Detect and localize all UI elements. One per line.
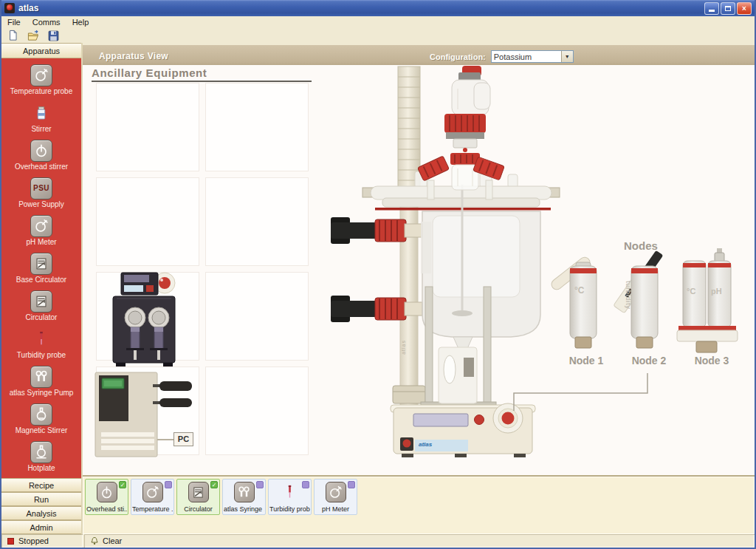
temperature-probe-icon <box>30 64 52 86</box>
tray-item-label: atlas Syringe ... <box>224 505 264 513</box>
tray-item-turbidity-probe[interactable]: Turbidity probe <box>268 479 312 515</box>
sidebar-item-label: Magnetic Stirrer <box>14 427 69 434</box>
bell-icon <box>90 536 99 546</box>
ancillary-slot <box>96 83 199 171</box>
tray-item-label: Circulator <box>178 505 219 513</box>
node-label-3: Node 3 <box>685 355 738 366</box>
sidebar: Apparatus Temperature probeStirrerOverhe… <box>1 43 83 534</box>
configuration-label: Configuration: <box>430 52 486 61</box>
ancillary-slot <box>96 177 199 266</box>
tray-item-label: Turbidity probe <box>269 505 310 513</box>
nodes-title: Nodes <box>624 239 658 252</box>
ph-meter-icon <box>30 215 52 237</box>
sidebar-item-power-supply[interactable]: PSUPower Supply <box>1 174 81 211</box>
hotplate-icon <box>30 441 52 463</box>
status-badge: ✓ <box>119 481 126 488</box>
sidebar-item-label: Temperature probe <box>9 88 75 95</box>
save-button[interactable] <box>47 30 60 42</box>
tray-item-atlas-syringe[interactable]: atlas Syringe ... <box>222 479 266 515</box>
alerts-cell[interactable]: Clear <box>84 534 755 548</box>
turbidity-probe-icon <box>280 482 300 502</box>
menu-item-comms[interactable]: Comms <box>27 17 66 27</box>
restore-icon <box>725 6 731 11</box>
open-folder-button[interactable] <box>27 30 40 42</box>
base-unit-label: atlas <box>415 440 468 451</box>
sidebar-item-label: Overhead stirrer <box>13 163 69 171</box>
close-button[interactable]: × <box>737 2 752 15</box>
atlas-logo-icon <box>4 3 15 13</box>
reactor-vessel <box>421 185 540 361</box>
status-badge <box>348 481 355 488</box>
ph-meter-icon <box>326 482 346 502</box>
sidebar-item-label: atlas Syringe Pump <box>8 389 75 397</box>
sidebar-nav-recipe[interactable]: Recipe <box>1 478 81 492</box>
ancillary-slot <box>96 272 199 361</box>
main-area: Apparatus View Configuration: Potassium … <box>83 43 755 534</box>
sidebar-item-hotplate[interactable]: Hotplate <box>1 438 81 476</box>
sidebar-nav-run[interactable]: Run <box>1 492 81 506</box>
lid-clamp-right <box>473 157 505 180</box>
sidebar-item-base-circulator[interactable]: Base Circulator <box>1 249 81 287</box>
sidebar-item-overhead-stirrer[interactable]: Overhead stirrer <box>1 136 81 174</box>
toolbar <box>1 28 755 44</box>
ancillary-slot <box>205 366 309 455</box>
status-badge <box>302 481 309 488</box>
apparatus-canvas: Ancillary Equipment <box>83 65 755 475</box>
sidebar-nav-admin[interactable]: Admin <box>1 520 81 534</box>
sidebar-nav-analysis[interactable]: Analysis <box>1 506 81 520</box>
turbidity-probe-icon <box>30 328 52 350</box>
ancillary-slot <box>205 272 309 361</box>
stand-pole <box>393 67 425 410</box>
magnetic-stirrer-icon <box>30 403 52 426</box>
circulator-icon <box>188 482 209 502</box>
open-folder-icon <box>27 30 40 42</box>
node-3-image <box>677 248 738 352</box>
node-label-1: Node 1 <box>560 355 613 366</box>
menu-item-help[interactable]: Help <box>66 17 95 27</box>
jacket-connector-upper <box>331 217 422 244</box>
tray-item-label: Overhead sti... <box>86 505 127 513</box>
minimize-button[interactable] <box>704 2 719 15</box>
sidebar-header-apparatus[interactable]: Apparatus <box>1 43 81 58</box>
tray-item-temperature[interactable]: Temperature ... <box>131 479 174 515</box>
node-2-image <box>614 250 664 348</box>
sidebar-item-atlas-syringe-pump[interactable]: atlas Syringe Pump <box>1 363 81 400</box>
apparatus-palette: Temperature probeStirrerOverhead stirrer… <box>1 58 81 478</box>
configuration-value: Potassium <box>492 51 561 62</box>
psu-icon: PSU <box>30 177 52 200</box>
sidebar-item-turbidity-probe[interactable]: Turbidity probe <box>1 325 81 363</box>
sidebar-item-stirrer[interactable]: Stirrer <box>1 98 81 136</box>
chevron-down-icon[interactable]: ▼ <box>561 51 573 62</box>
node-3-probe-label: pH <box>711 287 722 296</box>
statusbar: Stopped Clear <box>1 534 755 548</box>
new-document-icon <box>7 30 20 42</box>
menu-item-file[interactable]: File <box>1 17 27 27</box>
node-connection-line <box>514 373 647 411</box>
section-underline <box>92 81 312 82</box>
stand-frame <box>421 287 496 432</box>
ancillary-slot <box>205 177 309 266</box>
tray-item-circulator[interactable]: ✓Circulator <box>176 479 220 515</box>
node-label-2: Node 2 <box>622 355 676 366</box>
configuration-dropdown[interactable]: Potassium ▼ <box>491 50 574 63</box>
tray-item-overhead-sti[interactable]: ✓Overhead sti... <box>85 479 128 515</box>
titlebar: atlas × <box>1 0 755 16</box>
sidebar-item-circulator[interactable]: Circulator <box>1 287 81 325</box>
tray-item-label: pH Meter <box>315 505 356 513</box>
reactor-lid <box>362 186 560 211</box>
tray-item-ph-meter[interactable]: pH Meter <box>314 479 357 515</box>
sidebar-item-label: Circulator <box>24 314 59 321</box>
sidebar-item-temperature-probe[interactable]: Temperature probe <box>1 61 81 98</box>
apparatus-view-header: Apparatus View Configuration: Potassium … <box>83 43 755 65</box>
sidebar-item-ph-meter[interactable]: pH Meter <box>1 211 81 249</box>
overhead-stirrer-icon <box>30 140 52 162</box>
window-title: atlas <box>18 3 38 13</box>
new-document-button[interactable] <box>7 30 20 42</box>
node-1-probe-label: °C <box>574 285 584 296</box>
save-icon <box>47 30 60 42</box>
restore-button[interactable] <box>721 2 735 15</box>
status-badge: ✓ <box>210 481 218 488</box>
sidebar-item-magnetic-stirrer[interactable]: Magnetic Stirrer <box>1 400 81 438</box>
app-window: atlas × FileCommsHelp Apparatus Temperat… <box>0 0 756 549</box>
circulator-icon <box>30 253 52 275</box>
